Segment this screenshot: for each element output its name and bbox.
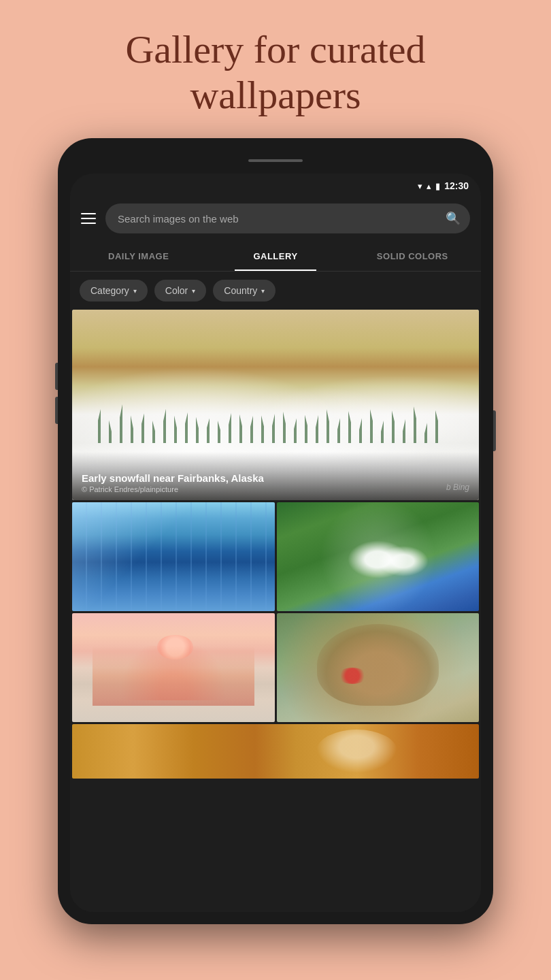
battery-icon: ▮ — [435, 181, 440, 191]
search-bar[interactable]: Search images on the web 🔍 — [105, 203, 470, 233]
birds-image[interactable] — [277, 502, 480, 611]
color-filter[interactable]: Color ▾ — [154, 280, 206, 301]
tab-solid-colors[interactable]: SOLID COLORS — [344, 242, 481, 271]
hero-credit: © Patrick Endres/plainpicture — [82, 485, 469, 493]
filter-row: Category ▾ Color ▾ Country ▾ — [70, 272, 481, 310]
phone-notch — [70, 150, 481, 171]
phone-screen: ▾ ▴ ▮ 12:30 Search images on the web — [70, 174, 481, 912]
color-label: Color — [165, 285, 188, 296]
gallery-content: Early snowfall near Fairbanks, Alaska © … — [70, 310, 481, 912]
search-icon[interactable]: 🔍 — [446, 211, 461, 226]
tabs-bar: DAILY IMAGE GALLERY SOLID COLORS — [70, 242, 481, 272]
hero-overlay: Early snowfall near Fairbanks, Alaska © … — [72, 452, 479, 500]
hamburger-menu-button[interactable] — [81, 213, 96, 224]
hero-title: Early snowfall near Fairbanks, Alaska — [82, 472, 469, 484]
country-label: Country — [224, 285, 257, 296]
status-bar: ▾ ▴ ▮ 12:30 — [70, 174, 481, 198]
tab-gallery[interactable]: GALLERY — [207, 242, 344, 271]
signal-icon: ▴ — [427, 181, 431, 191]
page-title: Gallery for curated wallpapers — [125, 27, 425, 118]
bing-logo: b Bing — [446, 482, 469, 492]
category-filter[interactable]: Category ▾ — [80, 280, 148, 301]
country-filter[interactable]: Country ▾ — [213, 280, 276, 301]
color-chevron-icon: ▾ — [192, 287, 195, 295]
owl-landscape-image[interactable] — [72, 724, 479, 779]
hero-image[interactable]: Early snowfall near Fairbanks, Alaska © … — [72, 310, 479, 500]
page-background: Gallery for curated wallpapers ▾ ▴ ▮ 12:… — [0, 0, 551, 980]
flamingo-image[interactable] — [72, 613, 275, 722]
category-label: Category — [90, 285, 129, 296]
search-area: Search images on the web 🔍 — [70, 198, 481, 242]
wifi-icon: ▾ — [418, 181, 422, 191]
phone-device: ▾ ▴ ▮ 12:30 Search images on the web — [58, 138, 493, 924]
status-time: 12:30 — [444, 180, 469, 191]
glacier-image[interactable] — [72, 502, 275, 611]
mandrill-image[interactable] — [277, 613, 480, 722]
country-chevron-icon: ▾ — [261, 287, 265, 295]
power-button[interactable] — [493, 410, 496, 451]
category-chevron-icon: ▾ — [133, 287, 137, 295]
image-grid — [72, 502, 479, 722]
tab-daily-image[interactable]: DAILY IMAGE — [70, 242, 207, 271]
search-placeholder: Search images on the web — [118, 213, 239, 225]
